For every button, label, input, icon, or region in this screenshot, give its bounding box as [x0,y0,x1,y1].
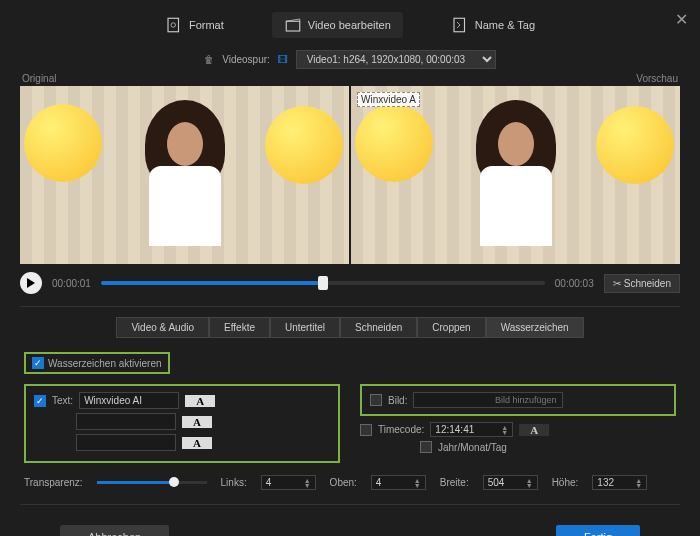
text-watermark-group: ✓ Text: A A A [24,384,340,463]
image-watermark-group: Bild: Bild hinzufügen [360,384,676,416]
transparency-thumb[interactable] [169,477,179,487]
links-spinner[interactable]: 4▲▼ [261,475,316,490]
play-button[interactable] [20,272,42,294]
enable-watermark-row[interactable]: ✓ Wasserzeichen aktivieren [24,352,170,374]
timecode-checkbox[interactable] [360,424,372,436]
close-icon[interactable]: ✕ [675,10,688,29]
tab-edit-video[interactable]: Video bearbeiten [272,12,403,38]
seek-thumb[interactable] [318,276,328,290]
font-button-1[interactable]: A [185,395,215,407]
transparency-label: Transparenz: [24,477,83,488]
text-input-2[interactable] [76,413,176,430]
subtab-watermark[interactable]: Wasserzeichen [486,317,584,338]
original-label: Original [22,73,56,84]
tab-format-label: Format [189,19,224,31]
track-selector-bar: 🗑 Videospur: 🎞 Video1: h264, 1920x1080, … [0,46,700,73]
cut-button[interactable]: ✂Schneiden [604,274,680,293]
hoehe-label: Höhe: [552,477,579,488]
links-label: Links: [221,477,247,488]
watermark-overlay[interactable]: Winxvideo A [357,92,420,107]
tab-name-tag[interactable]: Name & Tag [443,12,543,38]
image-checkbox[interactable] [370,394,382,406]
ymd-checkbox[interactable] [420,441,432,453]
time-end: 00:00:03 [555,278,594,289]
hoehe-spinner[interactable]: 132▲▼ [592,475,647,490]
done-button[interactable]: Fertig [556,525,640,536]
timecode-label: Timecode: [378,424,424,435]
oben-label: Oben: [330,477,357,488]
preview-label: Vorschau [636,73,678,84]
seek-bar[interactable] [101,281,545,285]
enable-watermark-checkbox[interactable]: ✓ [32,357,44,369]
clapper-icon [284,16,302,34]
subtab-video-audio[interactable]: Video & Audio [116,317,209,338]
svg-rect-2 [286,21,300,31]
film-icon: 🎞 [278,54,288,65]
text-checkbox[interactable]: ✓ [34,395,46,407]
svg-rect-3 [454,18,465,32]
image-label: Bild: [388,395,407,406]
font-button-3[interactable]: A [182,437,212,449]
timecode-field[interactable]: 12:14:41▲▼ [430,422,513,437]
time-start: 00:00:01 [52,278,91,289]
cancel-button[interactable]: Abbrechen [60,525,169,536]
breite-spinner[interactable]: 504▲▼ [483,475,538,490]
scissors-icon: ✂ [613,278,621,289]
tab-edit-label: Video bearbeiten [308,19,391,31]
preview-output: Winxvideo A [351,86,680,264]
oben-spinner[interactable]: 4▲▼ [371,475,426,490]
svg-point-1 [171,23,176,28]
subtab-subtitles[interactable]: Untertitel [270,317,340,338]
track-select[interactable]: Video1: h264, 1920x1080, 00:00:03 [296,50,496,69]
breite-label: Breite: [440,477,469,488]
track-label: Videospur: [222,54,270,65]
transparency-slider[interactable] [97,481,207,484]
text-input-3[interactable] [76,434,176,451]
tab-nametag-label: Name & Tag [475,19,535,31]
subtab-effects[interactable]: Effekte [209,317,270,338]
timecode-font-button[interactable]: A [519,424,549,436]
text-input[interactable] [79,392,179,409]
subtab-cut[interactable]: Schneiden [340,317,417,338]
delete-track-icon[interactable]: 🗑 [204,54,214,65]
image-path-field[interactable]: Bild hinzufügen [413,392,563,408]
gear-file-icon [165,16,183,34]
enable-watermark-label: Wasserzeichen aktivieren [48,358,162,369]
svg-rect-0 [168,18,179,32]
text-label: Text: [52,395,73,406]
ymd-label: Jahr/Monat/Tag [438,442,507,453]
tab-format[interactable]: Format [157,12,232,38]
subtab-crop[interactable]: Croppen [417,317,485,338]
font-button-2[interactable]: A [182,416,212,428]
preview-original [20,86,349,264]
tag-file-icon [451,16,469,34]
